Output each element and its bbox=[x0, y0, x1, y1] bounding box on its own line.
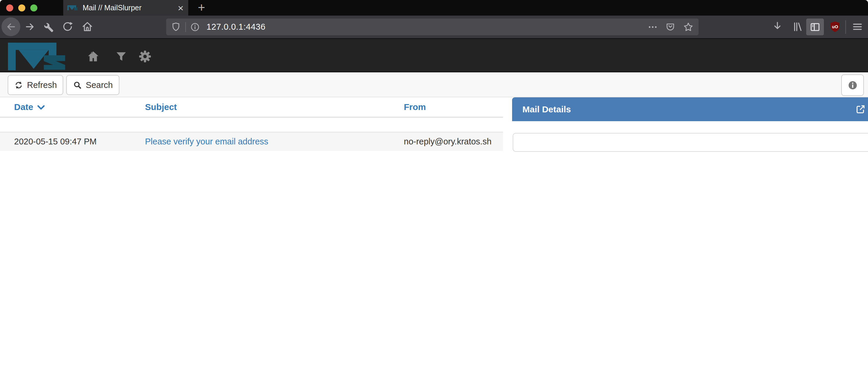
browser-tab[interactable]: Mail // MailSlurper × bbox=[63, 0, 188, 16]
search-button[interactable]: Search bbox=[66, 75, 119, 95]
app-home-icon[interactable] bbox=[87, 50, 100, 63]
pocket-icon[interactable] bbox=[665, 22, 676, 32]
back-icon bbox=[5, 21, 17, 33]
tab-title: Mail // MailSlurper bbox=[83, 3, 178, 12]
address-bar[interactable]: 127.0.0.1:4436 bbox=[166, 19, 699, 35]
refresh-icon bbox=[14, 81, 23, 90]
refresh-button[interactable]: Refresh bbox=[8, 75, 63, 95]
home-icon[interactable] bbox=[81, 21, 94, 33]
sidebar-toggle-button[interactable] bbox=[806, 19, 824, 35]
mailslurper-favicon-icon bbox=[67, 5, 78, 10]
tab-bar: Mail // MailSlurper × + bbox=[0, 0, 868, 16]
menu-icon[interactable] bbox=[851, 21, 864, 33]
mail-list: Date Subject From 2020-05-15 09:47 PM Pl… bbox=[0, 97, 503, 151]
mail-date: 2020-05-15 09:47 PM bbox=[14, 137, 97, 147]
filter-icon[interactable] bbox=[115, 50, 128, 63]
mail-details-title: Mail Details bbox=[522, 104, 571, 114]
search-button-label: Search bbox=[86, 80, 113, 90]
window-close-button[interactable] bbox=[6, 4, 13, 11]
page-actions-icon[interactable] bbox=[647, 22, 658, 32]
back-button[interactable] bbox=[1, 17, 20, 36]
app-navbar bbox=[0, 39, 868, 72]
library-icon[interactable] bbox=[792, 21, 804, 33]
bookmark-star-icon[interactable] bbox=[683, 22, 694, 33]
url-divider bbox=[185, 22, 186, 32]
mail-details-header: Mail Details bbox=[512, 97, 868, 121]
tracking-shield-icon[interactable] bbox=[170, 22, 181, 32]
url-text: 127.0.0.1:4436 bbox=[207, 22, 266, 32]
mail-row[interactable]: 2020-05-15 09:47 PM Please verify your e… bbox=[0, 132, 503, 151]
column-header-subject[interactable]: Subject bbox=[137, 102, 396, 112]
mail-details-panel: Mail Details bbox=[512, 97, 868, 152]
info-button[interactable] bbox=[841, 74, 864, 96]
ublock-icon[interactable]: uO bbox=[829, 20, 841, 33]
info-circle-icon bbox=[847, 80, 858, 91]
mail-subject-link[interactable]: Please verify your email address bbox=[145, 137, 268, 146]
sidebar-icon bbox=[809, 21, 821, 33]
sort-desc-icon bbox=[37, 105, 45, 111]
column-header-date[interactable]: Date bbox=[0, 102, 137, 112]
ublock-badge-text: uO bbox=[832, 24, 838, 29]
column-header-from[interactable]: From bbox=[396, 102, 503, 112]
new-tab-button[interactable]: + bbox=[195, 1, 208, 15]
wrench-icon[interactable] bbox=[42, 21, 55, 33]
window-zoom-button[interactable] bbox=[30, 4, 37, 11]
download-icon[interactable] bbox=[771, 21, 783, 33]
page-info-icon[interactable] bbox=[190, 22, 200, 32]
mailslurper-logo[interactable] bbox=[8, 43, 68, 70]
window-minimize-button[interactable] bbox=[18, 4, 25, 11]
tab-close-icon[interactable]: × bbox=[178, 3, 184, 13]
browser-window: Mail // MailSlurper × + bbox=[0, 0, 868, 390]
column-header-date-label: Date bbox=[14, 102, 33, 112]
search-icon bbox=[73, 81, 82, 90]
mail-list-spacer-row bbox=[0, 118, 503, 132]
forward-icon[interactable] bbox=[24, 21, 36, 33]
settings-gear-icon[interactable] bbox=[138, 50, 152, 63]
toolbar-divider bbox=[845, 20, 846, 34]
mail-from: no-reply@ory.kratos.sh bbox=[404, 137, 492, 146]
mail-details-body bbox=[513, 133, 868, 152]
app-button-toolbar: Refresh Search bbox=[0, 73, 868, 97]
browser-toolbar: 127.0.0.1:4436 bbox=[0, 16, 868, 39]
reload-icon[interactable] bbox=[61, 21, 74, 33]
external-link-icon[interactable] bbox=[855, 103, 866, 115]
mail-list-header: Date Subject From bbox=[0, 97, 503, 118]
refresh-button-label: Refresh bbox=[27, 80, 57, 90]
content-area: Date Subject From 2020-05-15 09:47 PM Pl… bbox=[0, 97, 868, 390]
